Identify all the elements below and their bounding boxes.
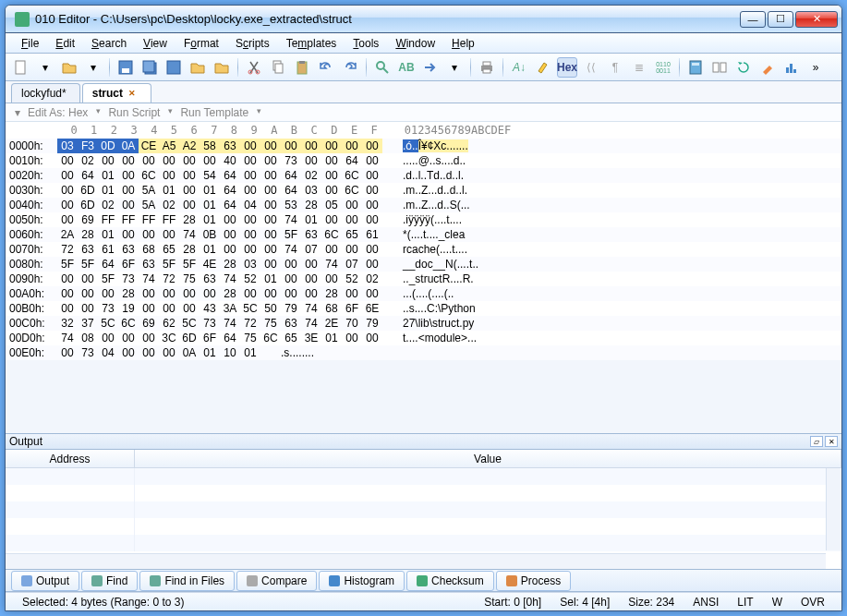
hex-byte[interactable]: 00	[362, 286, 382, 301]
hex-byte[interactable]: 02	[362, 272, 382, 286]
hex-byte[interactable]: 00	[260, 257, 281, 272]
hex-byte[interactable]: 00	[118, 183, 139, 198]
hex-byte[interactable]: 5F	[57, 257, 78, 272]
hex-byte[interactable]: 0D	[98, 139, 118, 153]
hex-byte[interactable]: 6E	[362, 301, 382, 316]
hex-byte[interactable]: 52	[240, 272, 260, 286]
refresh-button[interactable]	[733, 57, 754, 78]
hex-byte[interactable]: 00	[362, 331, 382, 345]
hex-row[interactable]: 00A0h:00000028000000002800000000280000..…	[6, 286, 841, 301]
hex-byte[interactable]: CE	[139, 139, 159, 153]
menu-tools[interactable]: Tools	[345, 34, 387, 53]
hex-byte[interactable]: 01	[98, 183, 118, 198]
hex-byte[interactable]: 32	[57, 316, 78, 331]
hex-byte[interactable]: 73	[118, 272, 139, 286]
hex-byte[interactable]: 00	[179, 198, 200, 212]
close-button[interactable]: ✕	[795, 11, 838, 28]
hex-byte[interactable]: 75	[240, 331, 260, 345]
hex-byte[interactable]: 00	[139, 331, 159, 345]
hex-byte[interactable]: 00	[139, 345, 159, 360]
hex-byte[interactable]: 00	[159, 345, 179, 360]
hex-byte[interactable]: 03	[57, 139, 78, 153]
hex-byte[interactable]: 00	[362, 139, 382, 153]
hex-byte[interactable]: 6F	[200, 331, 220, 345]
hex-byte[interactable]: 00	[118, 153, 139, 168]
hex-byte[interactable]: 74	[281, 242, 301, 257]
hex-byte[interactable]: 00	[321, 139, 342, 153]
hex-byte[interactable]: 62	[159, 316, 179, 331]
hex-byte[interactable]: 63	[118, 242, 139, 257]
hex-ascii[interactable]: .s........	[281, 345, 314, 360]
hex-ascii[interactable]: __doc__N(....t..	[403, 257, 478, 272]
hex-byte[interactable]: F3	[78, 139, 98, 153]
save-as-button[interactable]	[163, 57, 184, 78]
align-button[interactable]: ≣	[629, 57, 649, 78]
titlebar[interactable]: 010 Editor - C:\Users\pc\Desktop\locky.e…	[6, 6, 841, 33]
tab-struct[interactable]: struct✕	[82, 83, 151, 103]
menu-edit[interactable]: Edit	[47, 34, 83, 53]
hex-byte[interactable]: 3E	[301, 331, 321, 345]
hex-row[interactable]: 00E0h:0073040000000A011001.s........	[6, 345, 841, 360]
hex-byte[interactable]: 01	[321, 331, 342, 345]
hex-byte[interactable]: 00	[321, 168, 342, 183]
hex-byte[interactable]: 74	[220, 316, 240, 331]
status-endian[interactable]: LIT	[728, 596, 762, 609]
hex-row[interactable]: 0000h:03F30D0ACEA5A2586300000000000000.ó…	[6, 139, 841, 153]
hex-byte[interactable]: 00	[362, 212, 382, 227]
hex-byte[interactable]: 00	[281, 257, 301, 272]
hex-byte[interactable]: 68	[321, 301, 342, 316]
hex-byte[interactable]: 00	[321, 212, 342, 227]
hex-byte[interactable]: 07	[301, 242, 321, 257]
hex-byte[interactable]: 28	[179, 212, 200, 227]
hex-byte[interactable]: 00	[57, 345, 78, 360]
hex-byte[interactable]: 00	[220, 227, 240, 242]
hex-byte[interactable]: 74	[139, 272, 159, 286]
paragraph-button[interactable]: ¶	[605, 57, 625, 78]
hex-byte[interactable]: 10	[220, 345, 240, 360]
hex-byte[interactable]: 19	[118, 301, 139, 316]
hex-byte[interactable]: 4E	[200, 257, 220, 272]
hex-row[interactable]: 00D0h:74080000003C6D6F64756C653E010000t.…	[6, 331, 841, 345]
hex-byte[interactable]: 64	[220, 183, 240, 198]
hex-byte[interactable]: 01	[200, 212, 220, 227]
hex-byte[interactable]: 28	[321, 286, 342, 301]
hex-byte[interactable]: 64	[98, 257, 118, 272]
hex-byte[interactable]: 6D	[78, 183, 98, 198]
hex-row[interactable]: 0050h:0069FFFFFFFF28010000007401000000.i…	[6, 212, 841, 227]
hex-byte[interactable]: 5F	[179, 257, 200, 272]
hex-row[interactable]: 0030h:006D01005A0100016400006403006C00.m…	[6, 183, 841, 198]
edit-as-dropdown[interactable]: Edit As: Hex	[28, 106, 104, 119]
hex-byte[interactable]: 00	[240, 168, 260, 183]
hex-byte[interactable]: 00	[98, 153, 118, 168]
hex-byte[interactable]: 2E	[321, 316, 342, 331]
hex-byte[interactable]: 01	[200, 242, 220, 257]
hex-byte[interactable]: 6C	[342, 183, 362, 198]
highlight-button[interactable]	[533, 57, 553, 78]
hex-byte[interactable]: 74	[301, 301, 321, 316]
hex-byte[interactable]: 00	[362, 242, 382, 257]
hex-byte[interactable]: 02	[159, 198, 179, 212]
hex-byte[interactable]: 37	[78, 316, 98, 331]
hex-byte[interactable]: 04	[240, 198, 260, 212]
hex-byte[interactable]: 00	[260, 183, 281, 198]
hex-byte[interactable]: 6C	[321, 227, 342, 242]
hex-byte[interactable]: 5F	[78, 257, 98, 272]
hex-row[interactable]: 0010h:00020000000000004000007300006400..…	[6, 153, 841, 168]
hex-byte[interactable]: 00	[260, 198, 281, 212]
hex-byte[interactable]: 00	[281, 272, 301, 286]
minimize-button[interactable]: —	[740, 11, 766, 28]
hex-byte[interactable]: 00	[159, 286, 179, 301]
output-float-button[interactable]: ▱	[810, 436, 823, 447]
hex-byte[interactable]: 00	[220, 242, 240, 257]
hex-byte[interactable]: 08	[78, 331, 98, 345]
output-col-address[interactable]: Address	[6, 450, 135, 467]
hex-byte[interactable]: 61	[362, 227, 382, 242]
hex-byte[interactable]: 79	[362, 316, 382, 331]
hex-byte[interactable]: 69	[78, 212, 98, 227]
maximize-button[interactable]: ☐	[768, 11, 793, 28]
new-dropdown[interactable]: ▾	[35, 57, 55, 78]
histogram-button[interactable]	[781, 57, 802, 78]
find-button[interactable]	[372, 57, 393, 78]
folder-button-2[interactable]	[212, 57, 232, 78]
hex-byte[interactable]: FF	[139, 212, 159, 227]
